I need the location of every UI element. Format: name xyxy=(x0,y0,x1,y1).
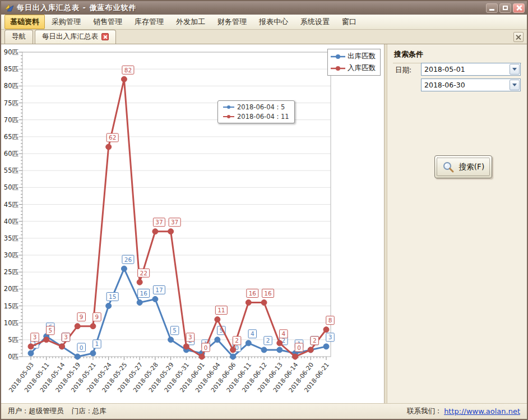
date-from-dropdown-button[interactable] xyxy=(510,64,520,75)
date-to-value: 2018-06-30 xyxy=(422,81,510,89)
data-point-label: 82 xyxy=(124,67,132,73)
maximize-icon xyxy=(503,6,508,10)
menu-item[interactable]: 外发加工 xyxy=(170,15,211,29)
tooltip-marker-icon xyxy=(223,114,234,119)
data-point-marker[interactable] xyxy=(28,344,34,349)
legend-entry[interactable]: 出库匹数 xyxy=(331,52,376,61)
data-point-marker[interactable] xyxy=(323,327,329,333)
data-point-label: 5 xyxy=(48,327,52,334)
magnifier-icon xyxy=(442,161,455,173)
data-point-marker[interactable] xyxy=(323,344,329,349)
data-point-label: 1 xyxy=(95,340,99,347)
data-point-marker[interactable] xyxy=(152,229,158,234)
data-point-label: 16 xyxy=(249,290,257,297)
menu-item[interactable]: 基础资料 xyxy=(4,15,45,29)
tab-close-icon[interactable] xyxy=(101,33,109,40)
data-point-label: 37 xyxy=(155,219,163,225)
data-point-label: 4 xyxy=(251,330,254,337)
contact-url-link[interactable]: http://www.aolan.net xyxy=(444,407,520,416)
data-point-marker[interactable] xyxy=(215,337,220,343)
legend-label: 出库匹数 xyxy=(348,52,376,61)
chart-panel: 0匹5匹10匹15匹20匹25匹30匹35匹40匹45匹50匹55匹60匹65匹… xyxy=(1,44,385,403)
menu-item[interactable]: 报表中心 xyxy=(253,15,294,29)
data-point-marker[interactable] xyxy=(246,340,251,346)
store-value: 总库 xyxy=(92,407,106,415)
data-point-marker[interactable] xyxy=(230,354,236,359)
data-point-label: 0 xyxy=(80,344,84,351)
menu-item[interactable]: 系统设置 xyxy=(295,15,335,29)
search-button[interactable]: 搜索(F) xyxy=(434,155,492,178)
data-point-label: 16 xyxy=(140,290,147,297)
date-label: 日期: xyxy=(395,66,411,75)
y-axis-tick-label: 90匹 xyxy=(4,48,19,56)
data-point-marker[interactable] xyxy=(293,354,298,359)
data-point-label: 2 xyxy=(313,337,317,344)
data-point-marker[interactable] xyxy=(277,347,282,353)
search-button-label: 搜索(F) xyxy=(459,162,484,172)
data-point-marker[interactable] xyxy=(215,317,220,322)
minimize-button[interactable] xyxy=(486,3,498,13)
menu-item[interactable]: 库存管理 xyxy=(129,15,169,29)
y-axis-tick-label: 25匹 xyxy=(4,268,19,276)
data-point-label: 62 xyxy=(109,134,116,141)
close-button[interactable] xyxy=(513,3,525,13)
user-label: 用户 : xyxy=(8,407,26,415)
data-point-marker[interactable] xyxy=(121,76,127,82)
data-point-marker[interactable] xyxy=(168,229,174,234)
data-point-marker[interactable] xyxy=(137,279,142,285)
data-point-marker[interactable] xyxy=(152,296,158,302)
y-axis-tick-label: 65匹 xyxy=(4,133,19,141)
date-from-value: 2018-05-01 xyxy=(422,65,510,73)
data-point-label: 3 xyxy=(64,334,68,340)
minimize-icon xyxy=(489,9,494,11)
date-to-select[interactable]: 2018-06-30 xyxy=(421,79,521,91)
data-point-marker[interactable] xyxy=(230,347,236,353)
data-point-marker[interactable] xyxy=(183,344,189,349)
menu-item[interactable]: 财务管理 xyxy=(212,15,252,29)
date-from-select[interactable]: 2018-05-01 xyxy=(421,63,521,76)
date-to-dropdown-button[interactable] xyxy=(510,80,520,90)
menu-bar: 基础资料采购管理销售管理库存管理外发加工财务管理报表中心系统设置窗口 xyxy=(1,15,527,30)
data-point-marker[interactable] xyxy=(90,350,96,356)
data-point-marker[interactable] xyxy=(28,350,34,356)
menu-item[interactable]: 销售管理 xyxy=(87,15,128,29)
y-axis-tick-label: 10匹 xyxy=(4,319,19,327)
close-icon xyxy=(516,5,522,11)
data-point-marker[interactable] xyxy=(168,337,174,343)
tooltip-text: 2018-06-04 : 5 xyxy=(237,103,285,111)
data-point-marker[interactable] xyxy=(59,344,64,349)
data-point-marker[interactable] xyxy=(308,347,313,353)
tab[interactable]: 导航 xyxy=(4,30,33,44)
store-label: 门店 : xyxy=(72,407,90,415)
menu-item[interactable]: 采购管理 xyxy=(46,15,86,29)
data-point-marker[interactable] xyxy=(75,354,80,359)
data-point-marker[interactable] xyxy=(261,299,267,305)
y-axis-tick-label: 80匹 xyxy=(4,82,19,90)
data-point-marker[interactable] xyxy=(90,324,96,329)
tabstrip-close-button[interactable] xyxy=(513,32,524,42)
data-point-label: 4 xyxy=(281,330,285,337)
tab[interactable]: 每日出入库汇总表 xyxy=(35,30,116,44)
data-point-marker[interactable] xyxy=(106,144,112,150)
maximize-button[interactable] xyxy=(499,3,511,13)
tooltip-marker-icon xyxy=(223,105,234,109)
data-point-marker[interactable] xyxy=(261,347,267,353)
data-point-marker[interactable] xyxy=(137,299,142,305)
menu-item[interactable]: 窗口 xyxy=(336,15,362,29)
tab-strip: 导航每日出入库汇总表 xyxy=(1,30,527,44)
data-point-marker[interactable] xyxy=(246,299,251,305)
y-axis-tick-label: 35匹 xyxy=(4,234,19,242)
data-point-marker[interactable] xyxy=(75,324,80,329)
data-point-label: 9 xyxy=(80,313,84,320)
data-point-marker[interactable] xyxy=(106,303,112,309)
data-point-label: 17 xyxy=(155,287,163,293)
legend-entry[interactable]: 入库匹数 xyxy=(331,63,376,73)
data-point-marker[interactable] xyxy=(199,354,205,359)
data-point-marker[interactable] xyxy=(44,337,49,343)
daily-inout-line-chart[interactable]: 0匹5匹10匹15匹20匹25匹30匹35匹40匹45匹50匹55匹60匹65匹… xyxy=(1,44,383,403)
data-point-label: 5 xyxy=(173,327,177,334)
y-axis-tick-label: 20匹 xyxy=(4,285,19,293)
data-point-marker[interactable] xyxy=(121,266,127,271)
data-point-marker[interactable] xyxy=(277,340,282,346)
main-content: 0匹5匹10匹15匹20匹25匹30匹35匹40匹45匹50匹55匹60匹65匹… xyxy=(1,44,527,403)
